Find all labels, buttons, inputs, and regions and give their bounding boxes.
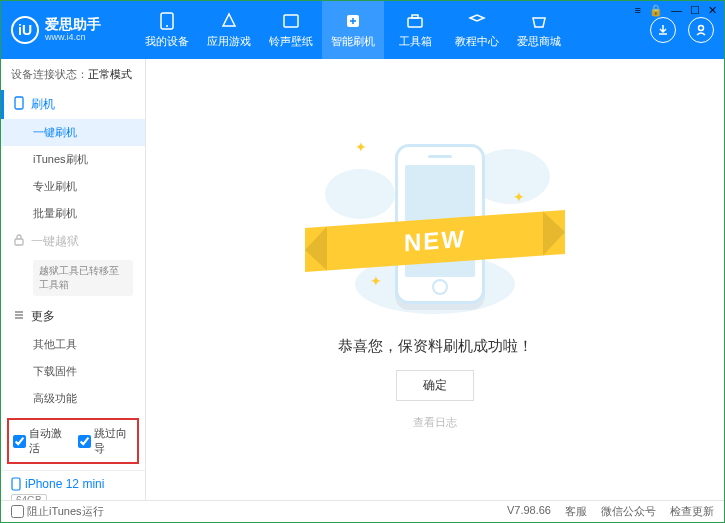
- check-skip-guide[interactable]: 跳过向导: [78, 426, 133, 456]
- sidebar-header-flash[interactable]: 刷机: [1, 90, 145, 119]
- wechat-link[interactable]: 微信公众号: [601, 504, 656, 519]
- section-label: 一键越狱: [31, 233, 79, 250]
- check-update-link[interactable]: 检查更新: [670, 504, 714, 519]
- svg-rect-4: [408, 18, 422, 27]
- section-label: 刷机: [31, 96, 55, 113]
- logo: iU 爱思助手 www.i4.cn: [11, 16, 136, 44]
- nav-tutorials[interactable]: 教程中心: [446, 1, 508, 59]
- svg-point-1: [166, 25, 168, 27]
- sidebar: 设备连接状态：正常模式 刷机 一键刷机 iTunes刷机 专业刷机 批量刷机 一…: [1, 59, 146, 500]
- device-name: iPhone 12 mini: [11, 477, 135, 491]
- sidebar-item-pro[interactable]: 专业刷机: [1, 173, 145, 200]
- success-message: 恭喜您，保资料刷机成功啦！: [338, 337, 533, 356]
- sidebar-header-jailbreak[interactable]: 一键越狱: [1, 227, 145, 256]
- phone-icon: [11, 477, 21, 491]
- account-button[interactable]: [688, 17, 714, 43]
- block-itunes-check[interactable]: 阻止iTunes运行: [11, 504, 104, 519]
- tutorial-icon: [467, 12, 487, 30]
- sidebar-item-advanced[interactable]: 高级功能: [1, 385, 145, 412]
- nav-label: 爱思商城: [517, 34, 561, 49]
- app-url: www.i4.cn: [45, 33, 101, 43]
- nav-my-device[interactable]: 我的设备: [136, 1, 198, 59]
- sidebar-header-more[interactable]: 更多: [1, 302, 145, 331]
- logo-icon: iU: [11, 16, 39, 44]
- success-illustration: ✦ ✦ ✦ NEW: [315, 119, 555, 319]
- maximize-icon[interactable]: ☐: [690, 4, 700, 17]
- device-capacity: 64GB: [11, 494, 47, 500]
- sidebar-item-other[interactable]: 其他工具: [1, 331, 145, 358]
- sidebar-item-oneclick[interactable]: 一键刷机: [1, 119, 145, 146]
- titlebar: iU 爱思助手 www.i4.cn 我的设备 应用游戏 铃声壁纸 智能刷机 工具…: [1, 1, 724, 59]
- options-box: 自动激活 跳过向导: [7, 418, 139, 464]
- svg-rect-5: [412, 15, 418, 18]
- top-nav: 我的设备 应用游戏 铃声壁纸 智能刷机 工具箱 教程中心 爱思商城: [136, 1, 570, 59]
- lock-icon: [13, 234, 25, 249]
- sidebar-item-download[interactable]: 下载固件: [1, 358, 145, 385]
- nav-ringtones[interactable]: 铃声壁纸: [260, 1, 322, 59]
- svg-rect-7: [15, 97, 23, 109]
- svg-rect-8: [15, 239, 23, 245]
- nav-apps[interactable]: 应用游戏: [198, 1, 260, 59]
- toolbox-icon: [405, 12, 425, 30]
- device-panel[interactable]: iPhone 12 mini 64GB Down-12mini-13,1: [1, 470, 145, 500]
- more-icon: [13, 309, 25, 324]
- nav-label: 我的设备: [145, 34, 189, 49]
- view-log-link[interactable]: 查看日志: [413, 415, 457, 430]
- nav-toolbox[interactable]: 工具箱: [384, 1, 446, 59]
- apps-icon: [219, 12, 239, 30]
- device-icon: [157, 12, 177, 30]
- nav-label: 应用游戏: [207, 34, 251, 49]
- nav-flash[interactable]: 智能刷机: [322, 1, 384, 59]
- sidebar-item-batch[interactable]: 批量刷机: [1, 200, 145, 227]
- nav-label: 教程中心: [455, 34, 499, 49]
- check-auto-activate[interactable]: 自动激活: [13, 426, 68, 456]
- window-controls: ≡ 🔒 — ☐ ✕: [635, 4, 717, 17]
- sidebar-item-itunes[interactable]: iTunes刷机: [1, 146, 145, 173]
- phone-icon: [13, 96, 25, 113]
- svg-rect-9: [12, 478, 20, 490]
- connection-status: 设备连接状态：正常模式: [1, 59, 145, 90]
- svg-rect-2: [284, 15, 298, 27]
- section-label: 更多: [31, 308, 55, 325]
- main-content: ✦ ✦ ✦ NEW 恭喜您，保资料刷机成功啦！ 确定 查看日志: [146, 59, 724, 500]
- nav-label: 智能刷机: [331, 34, 375, 49]
- nav-label: 工具箱: [399, 34, 432, 49]
- download-button[interactable]: [650, 17, 676, 43]
- jailbreak-note: 越狱工具已转移至工具箱: [33, 260, 133, 296]
- nav-label: 铃声壁纸: [269, 34, 313, 49]
- lock-icon[interactable]: 🔒: [649, 4, 663, 17]
- new-ribbon: NEW: [305, 210, 565, 272]
- store-icon: [529, 12, 549, 30]
- close-icon[interactable]: ✕: [708, 4, 717, 17]
- minimize-icon[interactable]: —: [671, 4, 682, 17]
- svg-point-6: [699, 26, 704, 31]
- flash-icon: [343, 12, 363, 30]
- version-label: V7.98.66: [507, 504, 551, 519]
- statusbar: 阻止iTunes运行 V7.98.66 客服 微信公众号 检查更新: [1, 500, 724, 522]
- menu-icon[interactable]: ≡: [635, 4, 641, 17]
- nav-store[interactable]: 爱思商城: [508, 1, 570, 59]
- ok-button[interactable]: 确定: [396, 370, 474, 401]
- wallpaper-icon: [281, 12, 301, 30]
- support-link[interactable]: 客服: [565, 504, 587, 519]
- app-name: 爱思助手: [45, 17, 101, 32]
